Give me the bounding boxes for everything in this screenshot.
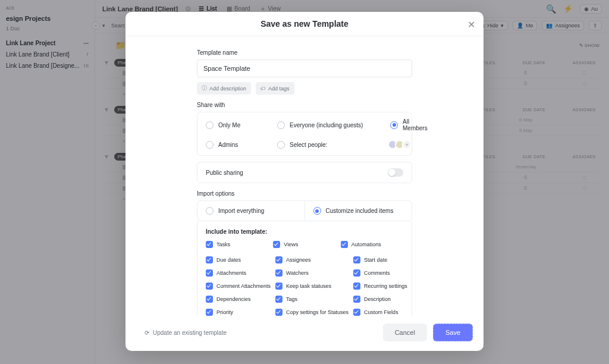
- check-watchers[interactable]: Watchers: [275, 269, 349, 277]
- refresh-icon: ⟳: [145, 330, 149, 336]
- modal-title: Save as new Template: [125, 19, 484, 29]
- label: Start date: [364, 257, 387, 263]
- check-priority[interactable]: Priority: [206, 309, 271, 316]
- cancel-button[interactable]: Cancel: [383, 324, 427, 341]
- check-assignees[interactable]: Assignees: [275, 256, 349, 263]
- label: Comment Attachments: [216, 283, 271, 289]
- label: Views: [284, 241, 298, 247]
- label: Watchers: [286, 270, 309, 276]
- save-template-modal: Save as new Template ✕ Template name ⓘ A…: [125, 12, 484, 351]
- public-sharing-label: Public sharing: [206, 170, 243, 176]
- label: Add description: [209, 86, 246, 92]
- label: Tags: [286, 296, 297, 302]
- share-label: Share with: [197, 102, 412, 108]
- label: Only Me: [218, 122, 240, 128]
- check-description[interactable]: Description: [353, 296, 407, 303]
- update-existing-link[interactable]: ⟳ Update an existing template: [136, 330, 227, 336]
- modal-overlay: Save as new Template ✕ Template name ⓘ A…: [0, 0, 609, 364]
- check-keep-statuses[interactable]: Keep task statuses: [275, 283, 349, 290]
- import-everything[interactable]: Import everything: [197, 201, 304, 221]
- close-icon[interactable]: ✕: [467, 19, 475, 30]
- template-name-input[interactable]: [197, 59, 412, 77]
- import-customize[interactable]: Customize included items: [304, 201, 412, 221]
- share-only-me[interactable]: Only Me: [206, 121, 271, 129]
- label: Import everything: [218, 208, 264, 214]
- label: Add tags: [268, 86, 290, 92]
- label: Due dates: [216, 257, 241, 263]
- tag-icon: 🏷: [260, 86, 266, 92]
- check-due-dates[interactable]: Due dates: [206, 256, 271, 263]
- label: All Members: [403, 118, 428, 131]
- label: Comments: [364, 270, 390, 276]
- check-automations[interactable]: Automations: [341, 241, 403, 248]
- check-comments[interactable]: Comments: [353, 269, 407, 277]
- label: Priority: [216, 309, 233, 315]
- share-all-members[interactable]: All Members: [390, 118, 428, 131]
- label: Automations: [351, 241, 381, 247]
- label: Description: [364, 296, 391, 302]
- info-icon: ⓘ: [202, 84, 207, 92]
- check-tags[interactable]: Tags: [275, 296, 349, 303]
- people-selector[interactable]: +: [390, 140, 428, 149]
- share-admins[interactable]: Admins: [206, 141, 271, 149]
- label: Copy settings for Statuses: [286, 309, 349, 315]
- check-comment-attachments[interactable]: Comment Attachments: [206, 283, 271, 290]
- label: Everyone (including guests): [290, 122, 363, 128]
- save-button[interactable]: Save: [433, 324, 473, 341]
- label: Assignees: [286, 257, 311, 263]
- check-copy-statuses[interactable]: Copy settings for Statuses: [275, 309, 349, 316]
- public-sharing-toggle[interactable]: [388, 168, 403, 177]
- label: Recurring settings: [364, 283, 407, 289]
- check-dependencies[interactable]: Dependencies: [206, 296, 271, 303]
- label: Keep task statuses: [286, 283, 331, 289]
- add-tags-button[interactable]: 🏷 Add tags: [256, 82, 294, 95]
- label: Admins: [218, 142, 238, 148]
- check-views[interactable]: Views: [273, 241, 335, 248]
- check-start-date[interactable]: Start date: [353, 256, 407, 263]
- check-tasks[interactable]: Tasks: [206, 241, 268, 248]
- include-label: Include into template:: [206, 228, 403, 235]
- label: Custom Fields: [364, 309, 398, 315]
- label: Customize included items: [326, 208, 394, 214]
- add-person-icon[interactable]: +: [402, 140, 412, 149]
- label: Update an existing template: [153, 330, 227, 336]
- name-label: Template name: [197, 49, 412, 56]
- label: Dependencies: [216, 296, 251, 302]
- check-custom-fields[interactable]: Custom Fields: [353, 309, 407, 316]
- check-recurring[interactable]: Recurring settings: [353, 283, 407, 290]
- share-everyone[interactable]: Everyone (including guests): [277, 121, 384, 129]
- check-attachments[interactable]: Attachments: [206, 269, 271, 277]
- label: Tasks: [216, 241, 230, 247]
- label: Attachments: [216, 270, 246, 276]
- share-select-people[interactable]: Select people:: [277, 141, 384, 149]
- add-description-button[interactable]: ⓘ Add description: [197, 82, 251, 95]
- label: Select people:: [290, 142, 327, 148]
- import-label: Import options: [197, 190, 412, 197]
